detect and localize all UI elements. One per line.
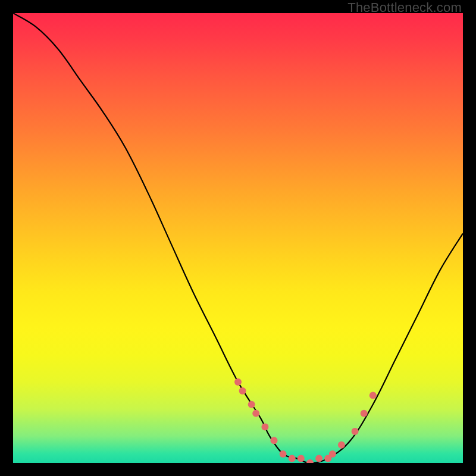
bottleneck-curve — [13, 13, 463, 463]
highlight-point — [361, 410, 368, 417]
highlight-point — [369, 392, 377, 399]
plot-area — [13, 13, 463, 463]
highlight-point — [298, 455, 305, 462]
highlight-point — [234, 378, 242, 386]
highlight-point — [280, 450, 287, 458]
curve-path — [13, 13, 463, 463]
highlight-point — [248, 401, 255, 408]
highlight-point — [271, 437, 278, 444]
highlight-point — [329, 450, 336, 458]
highlight-point — [289, 455, 296, 462]
chart-frame: TheBottleneck.com — [0, 0, 476, 476]
highlight-points — [234, 378, 377, 463]
highlight-point — [239, 387, 246, 394]
highlight-point — [338, 441, 345, 449]
highlight-point — [306, 459, 314, 463]
highlight-point — [352, 428, 359, 435]
highlight-point — [252, 410, 259, 417]
highlight-point — [261, 424, 268, 431]
highlight-point — [315, 455, 322, 462]
